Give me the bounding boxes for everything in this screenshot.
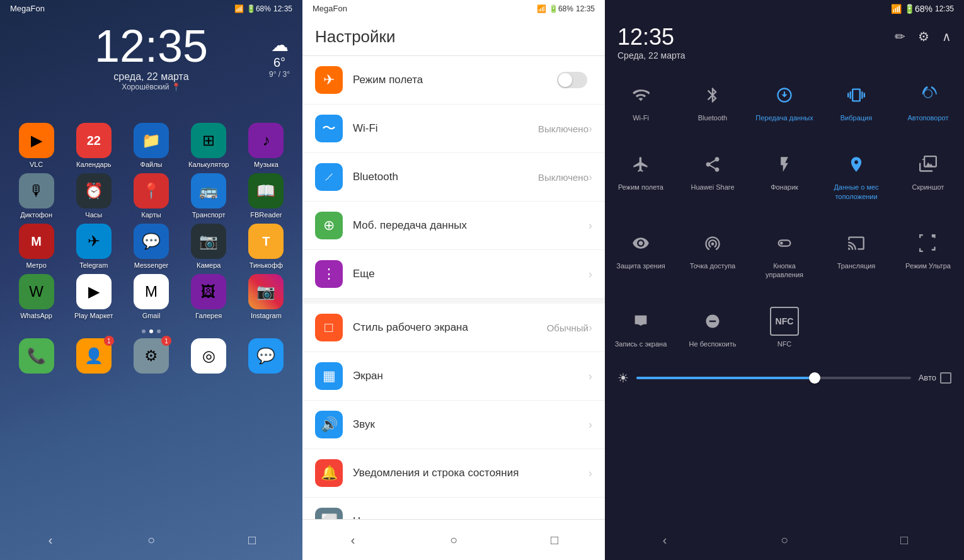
qs-home-button[interactable]: ○ <box>772 527 797 552</box>
home-nav-bar: ‹ ○ □ <box>0 520 302 560</box>
settings-item-wifi[interactable]: 〜 Wi-Fi Выключено › <box>302 105 605 153</box>
app-gmail[interactable]: M Gmail <box>125 274 177 319</box>
settings-item-more[interactable]: ⋮ Еще › <box>302 250 605 299</box>
qs-tile-vibration[interactable]: Вибрация <box>820 73 892 130</box>
settings-item-sound[interactable]: 🔊 Звук › <box>302 401 605 449</box>
qs-tile-screenshot[interactable]: Скриншот <box>892 142 964 209</box>
dock-phone[interactable]: 📞 <box>10 338 62 374</box>
settings-item-bluetooth[interactable]: ⟋ Bluetooth Выключено › <box>302 153 605 202</box>
qs-tile-dnd[interactable]: Не беспокоить <box>677 299 749 356</box>
home-screen: MegaFon 📶 🔋68% 12:35 12:35 среда, 22 мар… <box>0 0 302 560</box>
app-clock-icon: ⏰ <box>76 173 112 209</box>
qs-tile-cast[interactable]: Трансляция <box>820 221 892 287</box>
app-files[interactable]: 📁 Файлы <box>125 123 177 168</box>
dot-3 <box>157 329 161 333</box>
qs-tile-airplane[interactable]: Режим полета <box>605 142 677 209</box>
app-calc-icon: ⊞ <box>191 123 226 158</box>
qs-tile-flashlight[interactable]: Фонарик <box>749 142 820 209</box>
settings-item-navbutton[interactable]: ⬜ Навигационная кнопка › <box>302 498 605 519</box>
app-recorder[interactable]: 🎙 Диктофон <box>10 173 62 219</box>
settings-item-display[interactable]: ▦ Экран › <box>302 352 605 401</box>
recents-button[interactable]: □ <box>239 527 265 552</box>
qs-datatransfer-icon <box>770 81 799 110</box>
qs-tile-location[interactable]: Данные о мес тоположении <box>820 142 892 209</box>
dock-settings[interactable]: ⚙ 1 <box>125 338 177 374</box>
qs-edit-icon[interactable]: ✏ <box>895 29 905 44</box>
qs-status-icons: 📶 🔋68% 12:35 <box>891 4 954 14</box>
apps-row-4: W WhatsApp ▶ Play Маркет M Gmail 🖼 Галер… <box>0 274 302 324</box>
qs-tile-hotspot[interactable]: Точка доступа <box>677 221 749 287</box>
qs-tile-ultramode[interactable]: Режим Ультра <box>892 221 964 287</box>
brightness-fill <box>636 377 815 379</box>
back-button[interactable]: ‹ <box>38 527 63 552</box>
home-button[interactable]: ○ <box>139 527 164 552</box>
qs-tile-autorotate[interactable]: Автоповорот <box>892 73 964 130</box>
qs-share-icon <box>698 150 727 179</box>
app-vlc[interactable]: ▶ VLC <box>10 123 62 168</box>
app-tinkoff-icon: Т <box>248 224 284 259</box>
settings-back-button[interactable]: ‹ <box>340 527 365 552</box>
homestyle-value: Обычный <box>547 323 588 333</box>
notifications-icon: 🔔 <box>315 459 343 487</box>
auto-checkbox[interactable] <box>940 372 951 384</box>
brightness-track[interactable] <box>636 377 911 379</box>
app-camera[interactable]: 📷 Камера <box>183 224 235 269</box>
qs-collapse-icon[interactable]: ∧ <box>942 29 951 44</box>
settings-item-notifications[interactable]: 🔔 Уведомления и строка состояния › <box>302 449 605 498</box>
qs-autorotate-label: Автоповорот <box>908 113 949 122</box>
app-whatsapp-icon: W <box>19 274 54 309</box>
qs-tile-datatransfer[interactable]: Передача данных <box>749 73 820 130</box>
settings-item-mobiledata[interactable]: ⊕ Моб. передача данных › <box>302 202 605 250</box>
app-whatsapp[interactable]: W WhatsApp <box>10 274 62 319</box>
app-transport[interactable]: 🚌 Транспорт <box>183 173 235 219</box>
app-calculator[interactable]: ⊞ Калькулятор <box>183 123 235 168</box>
qs-tile-wifi[interactable]: Wi-Fi <box>605 73 677 130</box>
qs-gear-icon[interactable]: ⚙ <box>918 29 929 44</box>
app-fbreader[interactable]: 📖 FBReader <box>240 173 292 219</box>
dock-contacts[interactable]: 👤 1 <box>67 338 120 374</box>
settings-battery-icon: 🔋68% <box>549 4 573 13</box>
qs-back-button[interactable]: ‹ <box>652 527 677 552</box>
app-calendar[interactable]: 22 Календарь <box>67 123 120 168</box>
bluetooth-label: Bluetooth <box>353 171 538 183</box>
qs-recents-button[interactable]: □ <box>892 527 917 552</box>
app-gallery[interactable]: 🖼 Галерея <box>183 274 235 319</box>
airplane-label: Режим полета <box>353 74 557 86</box>
settings-home-button[interactable]: ○ <box>441 527 466 552</box>
app-calc-label: Калькулятор <box>188 161 229 168</box>
qs-tile-eyeprotect[interactable]: Защита зрения <box>605 221 677 287</box>
qs-tile-nfc[interactable]: NFC NFC <box>749 299 820 356</box>
airplane-toggle[interactable] <box>557 72 587 88</box>
app-messenger[interactable]: 💬 Messenger <box>125 224 177 269</box>
apps-row-3: М Метро ✈ Telegram 💬 Messenger 📷 Камера … <box>0 224 302 274</box>
dock-messages[interactable]: 💬 <box>240 338 292 374</box>
app-telegram-icon: ✈ <box>76 224 112 259</box>
qs-cast-icon <box>842 229 871 258</box>
homestyle-icon: □ <box>315 314 343 341</box>
app-tinkoff[interactable]: Т Тинькофф <box>240 224 292 269</box>
sound-content: Звук <box>353 418 588 431</box>
app-metro[interactable]: М Метро <box>10 224 62 269</box>
app-clock[interactable]: ⏰ Часы <box>67 173 120 219</box>
app-music[interactable]: ♪ Музыка <box>240 123 292 168</box>
app-instagram[interactable]: 📷 Instagram <box>240 274 292 319</box>
qs-screenrec-icon <box>626 307 655 336</box>
app-camera-icon: 📷 <box>191 224 226 259</box>
settings-item-homestyle[interactable]: □ Стиль рабочего экрана Обычный › <box>302 304 605 352</box>
qs-signal-icon: 📶 <box>891 4 902 14</box>
settings-recents-button[interactable]: □ <box>542 527 567 552</box>
qs-tile-huaweishare[interactable]: Huawei Share <box>677 142 749 209</box>
settings-item-airplane[interactable]: ✈ Режим полета <box>302 56 605 105</box>
qs-tile-bluetooth[interactable]: Bluetooth <box>677 73 749 130</box>
dock-chrome[interactable]: ◎ <box>183 338 235 374</box>
app-playstore[interactable]: ▶ Play Маркет <box>67 274 120 319</box>
qs-tile-screenrec[interactable]: Запись с экрана <box>605 299 677 356</box>
navbutton-icon: ⬜ <box>315 508 343 519</box>
bluetooth-value: Выключено <box>538 172 588 183</box>
app-maps[interactable]: 📍 Карты <box>125 173 177 219</box>
qs-datatransfer-label: Передача данных <box>755 113 813 122</box>
app-vlc-label: VLC <box>30 161 43 168</box>
app-telegram[interactable]: ✈ Telegram <box>67 224 120 269</box>
qs-tile-button[interactable]: Кнопка управления <box>749 221 820 287</box>
qs-vibration-label: Вибрация <box>841 113 872 122</box>
